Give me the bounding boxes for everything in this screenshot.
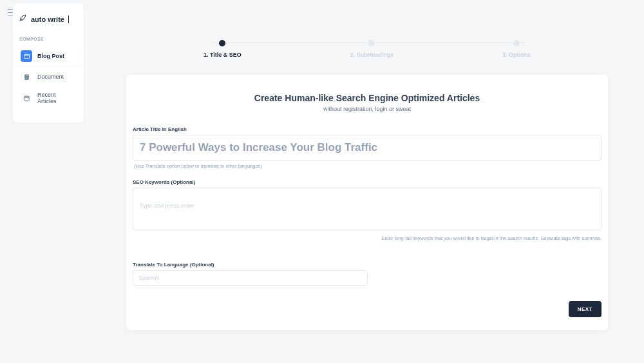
step-dot-icon — [218, 39, 227, 48]
step-label: 3. Options — [502, 52, 531, 58]
sidebar-item-label: Document — [37, 74, 64, 80]
title-hint: (Use Translate option below to translate… — [134, 163, 601, 169]
sidebar: auto write COMPOSE Blog Post Document — [13, 3, 84, 123]
svg-rect-4 — [25, 77, 28, 77]
stepper: 1. Title & SEO 2. SubHeadings 3. Options — [126, 39, 608, 58]
feather-icon — [18, 14, 27, 25]
svg-rect-5 — [25, 77, 26, 78]
brand: auto write — [13, 10, 84, 34]
svg-rect-0 — [24, 54, 29, 58]
calendar-icon — [21, 92, 32, 104]
sidebar-item-blog-post[interactable]: Blog Post — [15, 46, 81, 66]
card-subtitle: without registration, login or sweat — [133, 106, 601, 112]
step-dot-icon — [367, 39, 376, 48]
sidebar-item-document[interactable]: Document — [15, 67, 81, 86]
card-title: Create Human-like Search Engine Optimize… — [133, 93, 601, 103]
cursor-icon — [68, 15, 69, 23]
title-label: Article Title In English — [133, 126, 601, 132]
step-title-seo[interactable]: 1. Title & SEO — [204, 39, 242, 58]
sidebar-item-recent-articles[interactable]: Recent Articles — [15, 88, 81, 108]
step-label: 2. SubHeadings — [350, 52, 394, 58]
seo-keywords-input[interactable] — [133, 188, 601, 230]
translate-language-input[interactable] — [133, 270, 368, 286]
form-card: Create Human-like Search Engine Optimize… — [126, 75, 608, 330]
window-icon — [21, 50, 32, 62]
sidebar-item-label: Blog Post — [37, 53, 64, 59]
sidebar-item-label: Recent Articles — [37, 92, 76, 104]
article-title-input[interactable] — [133, 135, 601, 161]
seo-label: SEO Keywords (Optional) — [133, 179, 601, 185]
step-label: 1. Title & SEO — [204, 52, 242, 58]
seo-hint: Enter long-tail keywords that you would … — [133, 235, 601, 241]
main: 1. Title & SEO 2. SubHeadings 3. Options… — [126, 39, 608, 330]
document-icon — [21, 71, 32, 83]
next-button[interactable]: NEXT — [569, 301, 601, 317]
svg-rect-3 — [25, 75, 28, 76]
step-dot-icon — [512, 39, 521, 48]
lang-label: Translate To Language (Optional) — [133, 262, 601, 268]
step-options[interactable]: 3. Options — [502, 39, 531, 58]
brand-name: auto write — [31, 15, 64, 23]
svg-rect-6 — [24, 96, 28, 101]
sidebar-section-label: COMPOSE — [13, 34, 84, 45]
step-subheadings[interactable]: 2. SubHeadings — [350, 39, 394, 58]
